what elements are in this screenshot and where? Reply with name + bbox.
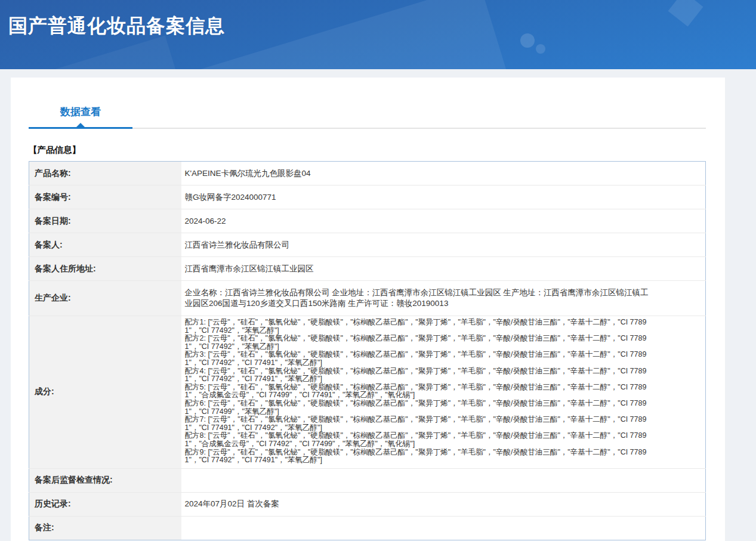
row-label: 备注: — [29, 516, 181, 540]
page-header-banner: 国产普通化妆品备案信息 — [0, 0, 756, 69]
table-row-ingredients: 成分: 配方1: ["云母"，"硅石"，"氯氧化铋"，"硬脂酸镁"，"棕榈酸乙基… — [29, 316, 706, 469]
table-row-filing-number: 备案编号: 赣G妆网备字2024000771 — [29, 186, 706, 209]
table-row-filing-date: 备案日期: 2024-06-22 — [29, 209, 706, 233]
formula-line: 配方9: ["云母"，"硅石"，"氯氧化铋"，"硬脂酸镁"，"棕榈酸乙基己酯"，… — [185, 449, 650, 465]
table-row-filer: 备案人: 江西省诗兰雅化妆品有限公司 — [29, 233, 706, 257]
row-value: 2024年07月02日 首次备案 — [181, 492, 706, 516]
tab-data-view-label: 数据查看 — [60, 106, 101, 118]
banner-decoration-diamond — [668, 0, 703, 26]
banner-decoration-circle — [520, 33, 535, 48]
row-value: 2024-06-22 — [181, 209, 706, 233]
row-label: 产品名称: — [29, 162, 181, 186]
row-label: 备案后监督检查情况: — [29, 468, 181, 492]
table-row-manufacturer: 生产企业: 企业名称：江西省诗兰雅化妆品有限公司 企业地址：江西省鹰潭市余江区锦… — [29, 281, 706, 316]
table-row-product-name: 产品名称: K'APEINE卡佩尔琉光九色眼影盘04 — [29, 162, 706, 186]
banner-decoration-circle-small — [536, 44, 545, 54]
table-row-remarks: 备注: — [29, 516, 706, 540]
row-label: 备案编号: — [29, 186, 181, 209]
row-label: 成分: — [29, 316, 181, 469]
tab-strip: 数据查看 — [29, 78, 706, 129]
row-value: K'APEINE卡佩尔琉光九色眼影盘04 — [181, 162, 706, 186]
row-value: 赣G妆网备字2024000771 — [181, 186, 706, 209]
table-row-history: 历史记录: 2024年07月02日 首次备案 — [29, 492, 706, 516]
section-title-product-info: 【产品信息】 — [29, 144, 707, 156]
row-value — [181, 468, 706, 492]
formula-line: 配方1: ["云母"，"硅石"，"氯氧化铋"，"硬脂酸镁"，"棕榈酸乙基己酯"，… — [185, 319, 650, 335]
formula-line: 配方8: ["云母"，"硅石"，"氯氧化铋"，"硬脂酸镁"，"棕榈酸乙基己酯"，… — [185, 432, 650, 448]
row-value: 江西省诗兰雅化妆品有限公司 — [181, 233, 706, 257]
product-info-table: 产品名称: K'APEINE卡佩尔琉光九色眼影盘04 备案编号: 赣G妆网备字2… — [29, 161, 706, 540]
row-value: 配方1: ["云母"，"硅石"，"氯氧化铋"，"硬脂酸镁"，"棕榈酸乙基己酯"，… — [181, 316, 706, 469]
tab-active-arrow-icon — [76, 123, 85, 127]
formula-line: 配方6: ["云母"，"硅石"，"氯氧化铋"，"硬脂酸镁"，"棕榈酸乙基己酯"，… — [185, 400, 650, 416]
formula-line: 配方3: ["云母"，"硅石"，"氯氧化铋"，"硬脂酸镁"，"棕榈酸乙基己酯"，… — [185, 351, 650, 367]
tab-data-view[interactable]: 数据查看 — [29, 105, 132, 128]
row-value: 企业名称：江西省诗兰雅化妆品有限公司 企业地址：江西省鹰潭市余江区锦江镇工业园区… — [181, 281, 706, 316]
table-row-filer-address: 备案人住所地址: 江西省鹰潭市余江区锦江镇工业园区 — [29, 257, 706, 281]
content-card: 数据查看 【产品信息】 产品名称: K'APEINE卡佩尔琉光九色眼影盘04 备… — [11, 78, 725, 541]
row-label: 历史记录: — [29, 492, 181, 516]
page-title: 国产普通化妆品备案信息 — [8, 13, 225, 39]
banner-decoration-polygon-small — [17, 36, 186, 69]
row-label: 备案人住所地址: — [29, 257, 181, 281]
row-label: 备案人: — [29, 233, 181, 257]
manufacturer-details: 企业名称：江西省诗兰雅化妆品有限公司 企业地址：江西省鹰潭市余江区锦江镇工业园区… — [185, 287, 652, 309]
formula-line: 配方4: ["云母"，"硅石"，"氯氧化铋"，"硬脂酸镁"，"棕榈酸乙基己酯"，… — [185, 367, 650, 384]
row-label: 生产企业: — [29, 281, 181, 316]
formula-line: 配方7: ["云母"，"硅石"，"氯氧化铋"，"硬脂酸镁"，"棕榈酸乙基己酯"，… — [185, 416, 650, 432]
row-value — [181, 516, 706, 540]
formula-line: 配方2: ["云母"，"硅石"，"氯氧化铋"，"硬脂酸镁"，"棕榈酸乙基己酯"，… — [185, 335, 650, 351]
row-value: 江西省鹰潭市余江区锦江镇工业园区 — [181, 257, 706, 281]
row-label: 备案日期: — [29, 209, 181, 233]
formula-line: 配方5: ["云母"，"硅石"，"氯氧化铋"，"硬脂酸镁"，"棕榈酸乙基己酯"，… — [185, 384, 650, 400]
table-row-post-filing-supervision: 备案后监督检查情况: — [29, 468, 706, 492]
